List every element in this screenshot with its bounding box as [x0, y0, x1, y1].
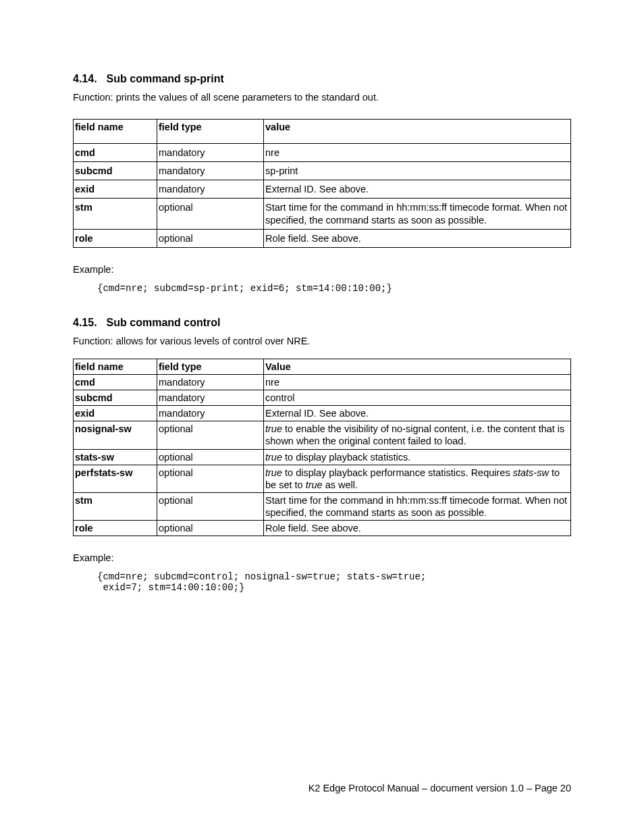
- cell-type: mandatory: [157, 162, 264, 180]
- cell-value: true to enable the visibility of no-sign…: [264, 421, 571, 449]
- cell-value-text: to display playback statistics.: [282, 452, 410, 463]
- cell-name: subcmd: [74, 162, 157, 180]
- cell-name: subcmd: [74, 390, 157, 406]
- page-content: 4.14.Sub command sp-print Function: prin…: [0, 0, 644, 593]
- cell-value: control: [264, 390, 571, 406]
- section1-function: Function: prints the values of all scene…: [73, 92, 571, 103]
- cell-name: cmd: [74, 374, 157, 390]
- example-label: Example:: [73, 552, 571, 563]
- col-field-name: field name: [74, 359, 157, 374]
- table-row: stm optional Start time for the command …: [74, 199, 571, 229]
- table-row: perfstats-sw optional true to display pl…: [74, 465, 571, 492]
- example-code: {cmd=nre; subcmd=sp-print; exid=6; stm=1…: [97, 283, 571, 294]
- section-title: Sub command control: [107, 317, 221, 328]
- italic-true: true: [265, 467, 282, 478]
- col-value: value: [264, 120, 571, 144]
- cell-value: true to display playback performance sta…: [264, 465, 571, 492]
- table-row: role optional Role field. See above.: [74, 521, 571, 536]
- example-code: {cmd=nre; subcmd=control; nosignal-sw=tr…: [97, 571, 571, 593]
- cell-type: optional: [157, 229, 264, 247]
- cell-value-text: to enable the visibility of no-signal co…: [265, 423, 564, 446]
- cell-value: Role field. See above.: [264, 229, 571, 247]
- table-sp-print: field name field type value cmd mandator…: [73, 119, 571, 248]
- cell-type: optional: [157, 465, 264, 492]
- cell-value: nre: [264, 374, 571, 390]
- table-row: nosignal-sw optional true to enable the …: [74, 421, 571, 449]
- cell-type: optional: [157, 199, 264, 229]
- italic-stats-sw: stats-sw: [513, 467, 549, 478]
- example-label: Example:: [73, 264, 571, 275]
- cell-type: optional: [157, 492, 264, 520]
- cell-name: stm: [74, 199, 157, 229]
- cell-name: stm: [74, 492, 157, 520]
- col-field-type: field type: [157, 120, 264, 144]
- col-value: Value: [264, 359, 571, 374]
- page-footer: K2 Edge Protocol Manual – document versi…: [308, 783, 571, 793]
- cell-value: External ID. See above.: [264, 406, 571, 421]
- section-heading-4-15: 4.15.Sub command control: [73, 317, 571, 329]
- table-control: field name field type Value cmd mandator…: [73, 359, 571, 537]
- cell-type: optional: [157, 521, 264, 536]
- table-header-row: field name field type Value: [74, 359, 571, 374]
- italic-true: true: [265, 452, 282, 463]
- table-row: exid mandatory External ID. See above.: [74, 406, 571, 421]
- table-row: cmd mandatory nre: [74, 144, 571, 162]
- cell-type: mandatory: [157, 406, 264, 421]
- cell-value-text: as well.: [323, 479, 358, 490]
- col-field-name: field name: [74, 120, 157, 144]
- table-row: exid mandatory External ID. See above.: [74, 180, 571, 199]
- cell-name: role: [74, 521, 157, 536]
- cell-name: nosignal-sw: [74, 421, 157, 449]
- cell-type: mandatory: [157, 374, 264, 390]
- cell-value: true to display playback statistics.: [264, 449, 571, 465]
- col-field-type: field type: [157, 359, 264, 374]
- table-row: stats-sw optional true to display playba…: [74, 449, 571, 465]
- cell-value: Role field. See above.: [264, 521, 571, 536]
- cell-name: cmd: [74, 144, 157, 162]
- cell-name: exid: [74, 180, 157, 199]
- cell-value: sp-print: [264, 162, 571, 180]
- table-row: subcmd mandatory control: [74, 390, 571, 406]
- cell-value: Start time for the command in hh:mm:ss:f…: [264, 199, 571, 229]
- cell-name: stats-sw: [74, 449, 157, 465]
- section2-function: Function: allows for various levels of c…: [73, 336, 571, 346]
- table-row: cmd mandatory nre: [74, 374, 571, 390]
- italic-true: true: [306, 479, 323, 490]
- section-4-15: 4.15.Sub command control Function: allow…: [73, 317, 571, 594]
- cell-value: Start time for the command in hh:mm:ss:f…: [264, 492, 571, 520]
- cell-type: optional: [157, 421, 264, 449]
- cell-type: mandatory: [157, 180, 264, 199]
- cell-value: External ID. See above.: [264, 180, 571, 199]
- cell-type: mandatory: [157, 390, 264, 406]
- cell-value: nre: [264, 144, 571, 162]
- table-row: role optional Role field. See above.: [74, 229, 571, 247]
- italic-true: true: [265, 423, 282, 434]
- section-title: Sub command sp-print: [107, 73, 224, 84]
- cell-name: role: [74, 229, 157, 247]
- cell-name: perfstats-sw: [74, 465, 157, 492]
- table-row: stm optional Start time for the command …: [74, 492, 571, 520]
- section-number: 4.15.: [73, 317, 97, 329]
- section-number: 4.14.: [73, 73, 97, 85]
- table-header-row: field name field type value: [74, 120, 571, 144]
- cell-type: mandatory: [157, 144, 264, 162]
- cell-type: optional: [157, 449, 264, 465]
- cell-value-text: to display playback performance statisti…: [282, 467, 513, 478]
- table-row: subcmd mandatory sp-print: [74, 162, 571, 180]
- cell-name: exid: [74, 406, 157, 421]
- section-heading-4-14: 4.14.Sub command sp-print: [73, 73, 571, 85]
